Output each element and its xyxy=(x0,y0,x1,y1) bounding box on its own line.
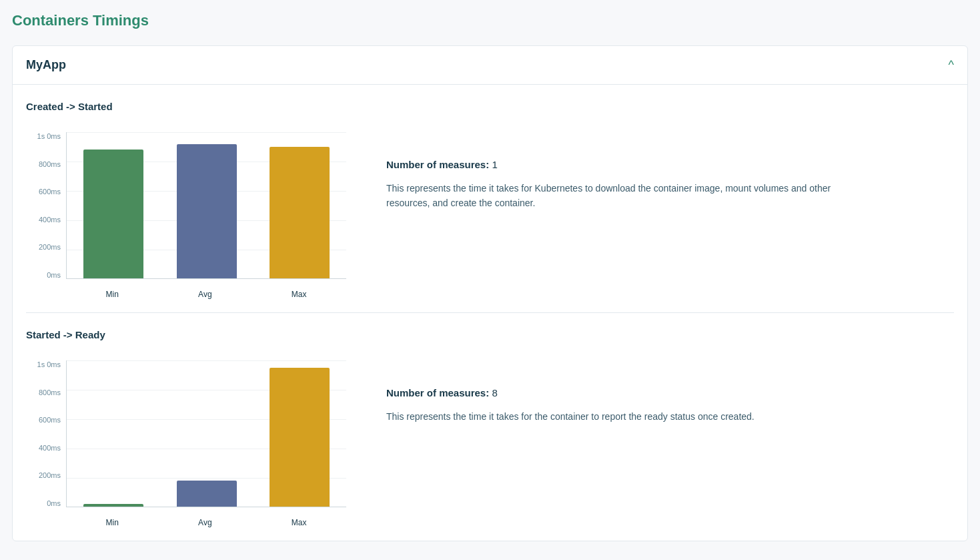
chart-row-1: 1s 0ms 800ms 600ms 400ms 200ms 0ms xyxy=(26,132,954,299)
bar-max-1 xyxy=(270,147,330,278)
bar-min-2 xyxy=(83,504,143,507)
bar-group-max-1 xyxy=(253,132,346,278)
measures-count-2: Number of measures: 8 xyxy=(386,387,755,398)
x-labels-2: Min Avg Max xyxy=(66,518,346,527)
bar-avg-2 xyxy=(177,481,237,507)
measures-desc-1: This represents the time it takes for Ku… xyxy=(386,181,853,211)
chart-started-ready: Started -> Ready 1s 0ms 800ms 600ms 400m… xyxy=(13,313,967,541)
bars-area-1 xyxy=(66,132,346,279)
chart-started-ready-label: Started -> Ready xyxy=(26,329,954,340)
collapse-icon[interactable]: ^ xyxy=(949,58,954,72)
measures-desc-2: This represents the time it takes for th… xyxy=(386,409,755,424)
chart-info-1: Number of measures: 1 This represents th… xyxy=(386,132,853,211)
y-axis-2: 1s 0ms 800ms 600ms 400ms 200ms 0ms xyxy=(26,360,66,507)
section-title: MyApp xyxy=(26,58,66,72)
x-labels-1: Min Avg Max xyxy=(66,290,346,299)
bar-group-avg-2 xyxy=(160,360,254,507)
bar-min-1 xyxy=(83,150,143,278)
page-title: Containers Timings xyxy=(0,0,980,37)
bar-max-2 xyxy=(270,368,330,507)
myapp-section: MyApp ^ Created -> Started 1s 0ms 800ms … xyxy=(12,45,968,541)
bar-group-min-1 xyxy=(67,132,160,278)
bar-avg-1 xyxy=(177,144,237,278)
chart-created-started-label: Created -> Started xyxy=(26,101,954,112)
chart-area-1: 1s 0ms 800ms 600ms 400ms 200ms 0ms xyxy=(26,132,346,299)
chart-created-started: Created -> Started 1s 0ms 800ms 600ms 40… xyxy=(13,85,967,312)
bars-area-2 xyxy=(66,360,346,507)
bar-group-avg-1 xyxy=(160,132,254,278)
measures-count-1: Number of measures: 1 xyxy=(386,159,853,170)
section-header: MyApp ^ xyxy=(13,46,967,85)
chart-area-2: 1s 0ms 800ms 600ms 400ms 200ms 0ms xyxy=(26,360,346,527)
y-axis-1: 1s 0ms 800ms 600ms 400ms 200ms 0ms xyxy=(26,132,66,279)
chart-row-2: 1s 0ms 800ms 600ms 400ms 200ms 0ms xyxy=(26,360,954,527)
bar-group-max-2 xyxy=(253,360,346,507)
bar-group-min-2 xyxy=(67,360,160,507)
chart-info-2: Number of measures: 8 This represents th… xyxy=(386,360,755,424)
